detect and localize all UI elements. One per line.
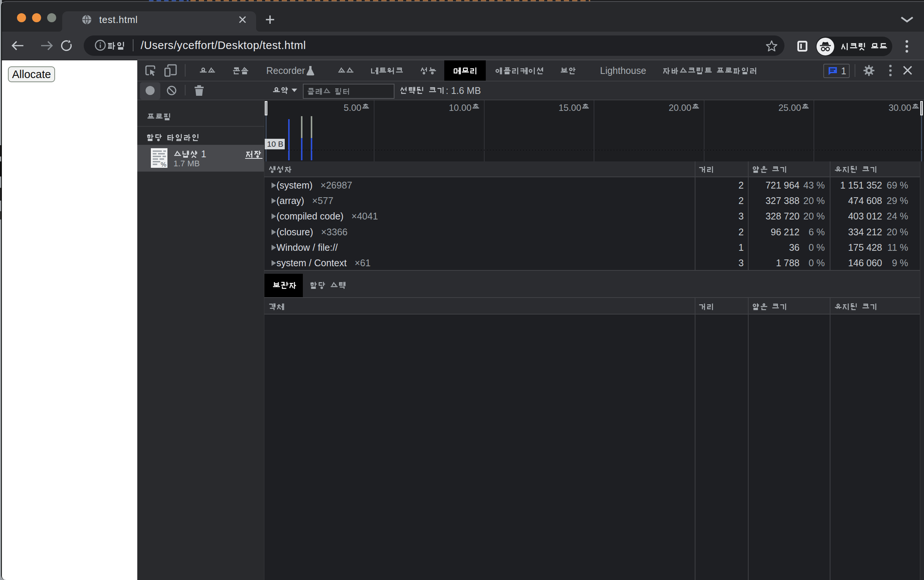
svg-text:%: % [161,161,166,168]
